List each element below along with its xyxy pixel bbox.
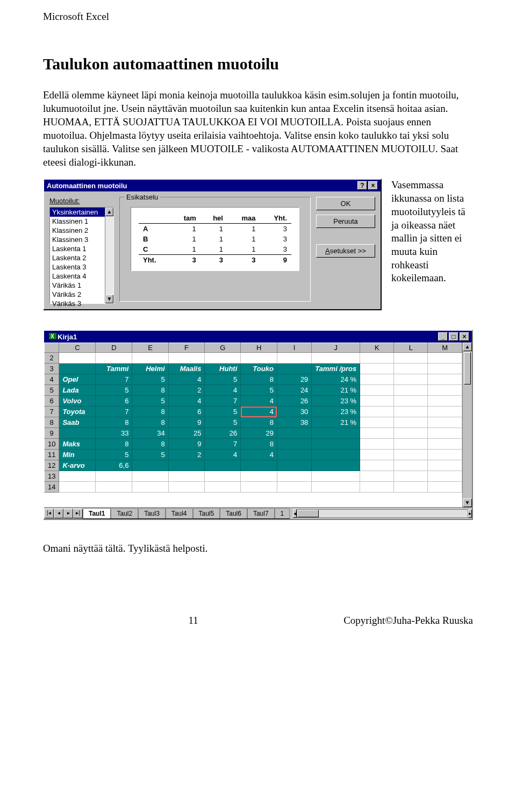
cell[interactable]: 33 — [96, 428, 132, 439]
list-item[interactable]: Yksinkertainen — [50, 208, 105, 217]
cell[interactable] — [428, 471, 462, 482]
cell[interactable] — [241, 353, 277, 364]
cell[interactable] — [96, 482, 132, 493]
spreadsheet-grid[interactable]: CDEFGHIJKLM23TammiHelmiMaalisHuhtiToukoT… — [44, 343, 462, 507]
close-icon[interactable]: × — [368, 181, 378, 190]
cell[interactable] — [132, 482, 168, 493]
tab-first-icon[interactable]: |◂ — [44, 509, 54, 518]
cell[interactable] — [277, 439, 311, 450]
cell[interactable]: 26 — [205, 428, 241, 439]
cell[interactable]: 38 — [277, 417, 311, 428]
maximize-icon[interactable]: □ — [449, 332, 458, 341]
cell[interactable]: 9 — [168, 417, 205, 428]
cell[interactable] — [360, 460, 394, 471]
cell[interactable]: 8 — [96, 417, 132, 428]
column-header[interactable]: M — [428, 343, 462, 353]
cell[interactable]: 34 — [132, 428, 168, 439]
cell[interactable]: 5 — [205, 407, 241, 417]
cell[interactable] — [360, 428, 394, 439]
cell[interactable]: 4 — [168, 374, 205, 385]
cell[interactable] — [312, 450, 360, 460]
cell[interactable]: Toyota — [59, 407, 96, 417]
cell[interactable]: 23 % — [312, 396, 360, 407]
cell[interactable]: 4 — [205, 385, 241, 396]
row-header[interactable]: 2 — [45, 353, 59, 364]
cell[interactable] — [394, 353, 428, 364]
cell[interactable] — [168, 460, 205, 471]
close-window-icon[interactable]: × — [460, 332, 469, 341]
cell[interactable] — [360, 353, 394, 364]
cell[interactable]: 4 — [241, 450, 277, 460]
cell[interactable]: 2 — [168, 385, 205, 396]
cell[interactable] — [360, 385, 394, 396]
cell[interactable]: Maks — [59, 439, 96, 450]
cell[interactable]: 8 — [132, 407, 168, 417]
cell[interactable]: 5 — [96, 385, 132, 396]
cell[interactable]: Lada — [59, 385, 96, 396]
cell[interactable] — [428, 450, 462, 460]
column-header[interactable]: E — [132, 343, 168, 353]
cell[interactable]: 6 — [96, 396, 132, 407]
cell[interactable]: Opel — [59, 374, 96, 385]
scroll-down-icon[interactable]: ▼ — [105, 295, 113, 303]
sheet-tabs[interactable]: Taul1Taul2Taul3Taul4Taul5Taul6Taul71 — [83, 508, 290, 519]
cell[interactable]: 26 — [277, 396, 311, 407]
cell[interactable]: 4 — [168, 396, 205, 407]
sheet-tab[interactable]: Taul4 — [166, 508, 193, 518]
cell[interactable]: 5 — [132, 396, 168, 407]
cell[interactable]: 21 % — [312, 417, 360, 428]
cell[interactable]: Tammi /pros — [312, 364, 360, 374]
column-header[interactable]: H — [241, 343, 277, 353]
cell[interactable]: 30 — [277, 407, 311, 417]
list-item[interactable]: Laskenta 4 — [50, 272, 105, 281]
cell[interactable]: Helmi — [132, 364, 168, 374]
sheet-tab[interactable]: Taul2 — [111, 508, 138, 518]
cell[interactable]: 7 — [96, 407, 132, 417]
list-item[interactable]: Värikäs 3 — [50, 299, 105, 308]
tab-last-icon[interactable]: ▸| — [73, 509, 83, 518]
cell[interactable]: 29 — [277, 374, 311, 385]
sheet-tab[interactable]: Taul1 — [83, 508, 111, 518]
cell[interactable] — [241, 471, 277, 482]
cell[interactable]: 5 — [241, 385, 277, 396]
cell[interactable] — [312, 353, 360, 364]
row-header[interactable]: 14 — [45, 482, 59, 493]
row-header[interactable]: 5 — [45, 385, 59, 396]
tab-next-icon[interactable]: ▸ — [63, 509, 73, 518]
cell[interactable] — [277, 364, 311, 374]
cell[interactable]: 5 — [132, 374, 168, 385]
sheet-tab[interactable]: Taul5 — [193, 508, 220, 518]
list-item[interactable]: Klassinen 1 — [50, 217, 105, 226]
cell[interactable] — [168, 482, 205, 493]
cell[interactable]: 8 — [132, 385, 168, 396]
list-item[interactable]: Laskenta 2 — [50, 253, 105, 262]
cell[interactable]: 6,6 — [96, 460, 132, 471]
row-header[interactable]: 4 — [45, 374, 59, 385]
cell[interactable]: 29 — [241, 428, 277, 439]
cell[interactable] — [241, 460, 277, 471]
row-header[interactable]: 11 — [45, 450, 59, 460]
help-icon[interactable]: ? — [357, 181, 367, 190]
vertical-scrollbar[interactable]: ▲ ▼ — [462, 343, 472, 507]
cell[interactable] — [360, 482, 394, 493]
cell[interactable] — [96, 471, 132, 482]
cell[interactable] — [312, 460, 360, 471]
scroll-right-icon[interactable]: ▸ — [468, 509, 472, 518]
cell[interactable] — [96, 353, 132, 364]
cell[interactable]: 5 — [96, 450, 132, 460]
cell[interactable] — [205, 460, 241, 471]
cell[interactable]: 23 % — [312, 407, 360, 417]
cell[interactable] — [205, 471, 241, 482]
cell[interactable] — [312, 428, 360, 439]
cell[interactable] — [360, 471, 394, 482]
cell[interactable]: 4 — [205, 450, 241, 460]
cell[interactable] — [59, 364, 96, 374]
minimize-icon[interactable]: _ — [438, 332, 448, 341]
cell[interactable]: 7 — [205, 396, 241, 407]
cell[interactable] — [312, 471, 360, 482]
cell[interactable]: 8 — [241, 439, 277, 450]
cell[interactable] — [394, 396, 428, 407]
cell[interactable] — [428, 417, 462, 428]
cell[interactable] — [428, 385, 462, 396]
cell[interactable]: 5 — [205, 417, 241, 428]
